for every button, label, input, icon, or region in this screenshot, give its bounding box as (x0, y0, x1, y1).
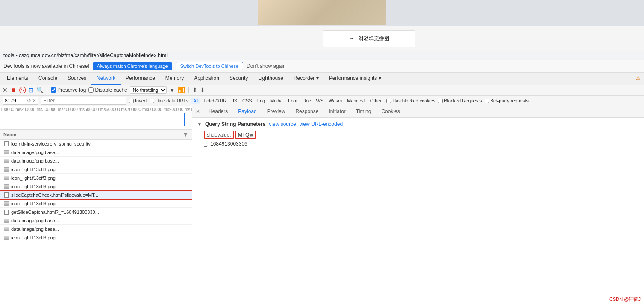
tab-performance[interactable]: Performance (121, 73, 160, 85)
preserve-log-checkbox[interactable]: Preserve log (51, 87, 86, 93)
img-icon (4, 167, 9, 172)
item-name: data:image/png;base... (11, 227, 59, 232)
has-blocked-cookies-input[interactable] (386, 99, 391, 103)
third-party-input[interactable] (485, 99, 489, 103)
panel-tab-timing[interactable]: Timing (351, 106, 376, 117)
slider-image (258, 0, 386, 25)
filter-btn-img[interactable]: Img (255, 98, 267, 104)
timeline-label-400: 400000 ms (63, 107, 84, 112)
view-source-link[interactable]: view source (269, 121, 296, 127)
view-url-encoded-link[interactable]: view URL-encoded (300, 121, 343, 127)
port-reload-icon[interactable]: ↺ (27, 98, 31, 104)
tab-performance-insights[interactable]: Performance insights ▾ (324, 73, 386, 85)
filter-icon[interactable]: ⊟ (29, 87, 34, 93)
img-icon (4, 236, 9, 240)
tab-console[interactable]: Console (33, 73, 62, 85)
item-name: icon_light.f13cff3.png (11, 167, 56, 172)
preserve-log-input[interactable] (51, 87, 56, 93)
preserve-log-label: Preserve log (57, 87, 86, 93)
filter-btn-other[interactable]: Other (368, 98, 384, 104)
tab-sources[interactable]: Sources (62, 73, 91, 85)
list-item[interactable]: icon_light.f13cff3.png (0, 182, 192, 191)
filter-btn-font[interactable]: Font (286, 98, 300, 104)
list-item[interactable]: icon_light.f13cff3.png (0, 174, 192, 182)
switch-chinese-button[interactable]: Switch DevTools to Chinese (176, 62, 243, 70)
filter-btn-manifest[interactable]: Manifest (345, 98, 367, 104)
list-item-selected[interactable]: slideCaptchaCheck.html?slidevalue=MT... (0, 191, 192, 199)
filter-input[interactable] (43, 98, 124, 104)
tab-memory[interactable]: Memory (160, 73, 189, 85)
invert-checkbox[interactable]: Invert (129, 98, 147, 103)
section-collapse-arrow[interactable]: ▼ (197, 122, 202, 127)
blocked-requests-input[interactable] (438, 99, 443, 103)
list-item[interactable]: icon_light.f13cff3.png (0, 233, 192, 242)
list-item[interactable]: icon_light.f13cff3.png (0, 165, 192, 174)
item-name: icon_light.f13cff3.png (11, 235, 56, 240)
filter-btn-ws[interactable]: WS (314, 98, 326, 104)
scroll-arrow-icon[interactable]: ▼ (182, 131, 188, 138)
dont-show-again-link[interactable]: Don't show again (247, 63, 286, 69)
panel-tab-preview[interactable]: Preview (262, 106, 291, 117)
item-name: icon_light.f13cff3.png (11, 175, 56, 181)
match-language-button[interactable]: Always match Chrome's language (93, 62, 172, 70)
third-party-checkbox[interactable]: 3rd-party requests (485, 98, 529, 103)
disable-cache-checkbox[interactable]: Disable cache (88, 87, 127, 93)
list-item[interactable]: getSlideCaptcha.html?_=168491300330... (0, 208, 192, 216)
throttling-dropdown-icon[interactable]: ▼ (169, 87, 175, 93)
list-item[interactable]: data:image/png;base... (0, 216, 192, 225)
clear-icon[interactable]: 🚫 (19, 87, 26, 93)
filter-btn-wasm[interactable]: Wasm (326, 98, 344, 104)
timeline-label-900: 900000 ms (169, 107, 190, 112)
list-item[interactable]: icon_light.f13cff3.png (0, 199, 192, 208)
panel-close-icon[interactable]: ✕ (192, 106, 203, 117)
hide-data-urls-input[interactable] (150, 99, 154, 103)
record-icon[interactable]: ⏺ (10, 87, 16, 93)
timeline-label-500: 500000 ms (85, 107, 106, 112)
filter-btn-all[interactable]: All (191, 98, 200, 104)
filter-btn-media[interactable]: Media (268, 98, 285, 104)
filter-btn-fetch[interactable]: Fetch/XHR (201, 98, 229, 104)
filter-input-wrap (41, 97, 126, 105)
panel-tab-cookies[interactable]: Cookies (376, 106, 405, 117)
filter-btn-doc[interactable]: Doc (300, 98, 313, 104)
throttling-select[interactable]: No throttling (130, 86, 167, 94)
list-item[interactable]: data:image/png;base... (0, 225, 192, 233)
list-item[interactable]: data:image/png;base... (0, 157, 192, 165)
port-close-icon[interactable]: ✕ (32, 98, 36, 104)
panel-tab-payload[interactable]: Payload (233, 106, 262, 117)
filter-btn-css[interactable]: CSS (240, 98, 254, 104)
search-icon[interactable]: 🔍 (36, 87, 44, 93)
hide-data-urls-checkbox[interactable]: Hide data URLs (150, 98, 189, 103)
panel-tab-response[interactable]: Response (290, 106, 323, 117)
img-icon (4, 219, 9, 223)
tab-lighthouse[interactable]: Lighthouse (253, 73, 288, 85)
panel-tab-headers[interactable]: Headers (203, 106, 233, 117)
disable-cache-input[interactable] (88, 87, 94, 93)
tab-elements[interactable]: Elements (2, 73, 33, 85)
blocked-requests-checkbox[interactable]: Blocked Requests (438, 98, 482, 103)
blocked-requests-label: Blocked Requests (444, 98, 482, 103)
timeline-labels: 100000 ms 200000 ms 300000 ms 400000 ms … (0, 107, 192, 112)
list-item[interactable]: data:image/png;base... (0, 148, 192, 157)
upload-icon[interactable]: ⬆ (192, 87, 197, 93)
panel-tab-initiator[interactable]: Initiator (323, 106, 350, 117)
browser-top (0, 0, 644, 26)
tab-application[interactable]: Application (189, 73, 224, 85)
wifi-icon[interactable]: 📶 (178, 87, 185, 93)
filter-btn-js[interactable]: JS (229, 98, 239, 104)
port-input[interactable] (5, 98, 26, 104)
url-text: tools - cszg.mca.gov.cn/biz/ma/csmh/filt… (3, 52, 168, 58)
slider-button[interactable]: → 滑动填充拼图 (323, 30, 415, 47)
invert-input[interactable] (129, 99, 134, 103)
download-icon[interactable]: ⬇ (200, 87, 205, 93)
filter-type-buttons: All Fetch/XHR JS CSS Img Media Font Doc … (191, 98, 384, 104)
close-panel-icon[interactable]: ✕ (3, 87, 8, 93)
toolbar-separator-2 (188, 87, 189, 93)
tab-security[interactable]: Security (224, 73, 253, 85)
tab-network[interactable]: Network (91, 73, 121, 85)
tab-recorder[interactable]: Recorder ▾ (288, 73, 324, 85)
list-item[interactable]: log:nth-in-service:rery_spring_security (0, 140, 192, 148)
timeline-indicator (184, 113, 185, 126)
slider-arrow: → (349, 35, 354, 41)
has-blocked-cookies-checkbox[interactable]: Has blocked cookies (386, 98, 435, 103)
